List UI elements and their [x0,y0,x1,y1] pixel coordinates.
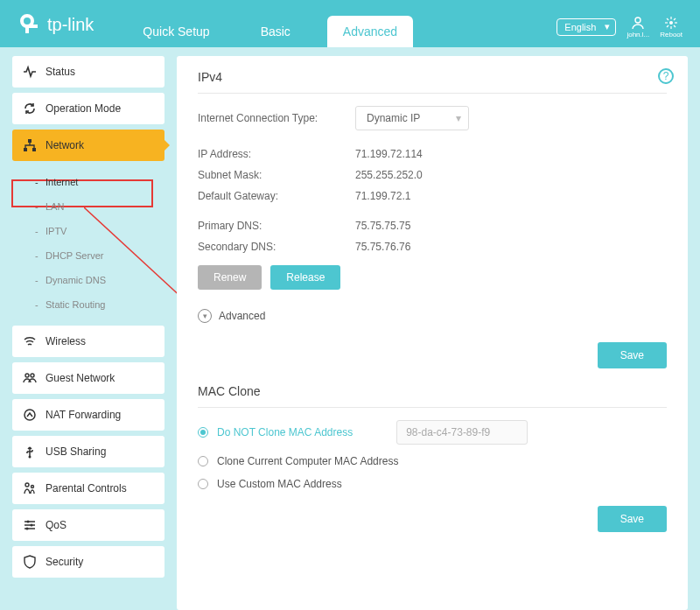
mac-save-row: Save [198,506,667,532]
radio-clone-current[interactable] [198,456,208,466]
svg-rect-3 [25,25,29,33]
row-subnet: Subnet Mask: 255.255.252.0 [198,169,667,181]
sidebar-item-network[interactable]: Network [12,130,164,161]
shield-icon [23,555,37,569]
svg-point-18 [25,374,29,377]
sidebar-label: Network [46,139,84,151]
user-account[interactable]: john.l... [626,16,649,39]
subnet-value: 255.255.252.0 [355,169,423,181]
sidebar-label: Security [46,556,83,568]
wifi-icon [23,334,37,348]
ip-label: IP Address: [198,148,355,160]
row-ip: IP Address: 71.199.72.114 [198,148,667,160]
sidebar: Status Operation Mode Network Internet L… [12,56,164,610]
sidebar-item-guest-network[interactable]: Guest Network [12,362,164,394]
row-dns2: Secondary DNS: 75.75.76.76 [198,241,667,253]
sidebar-item-status[interactable]: Status [12,56,164,88]
release-button[interactable]: Release [270,265,340,290]
sidebar-item-usb-sharing[interactable]: USB Sharing [12,436,164,467]
network-submenu: Internet LAN IPTV DHCP Server Dynamic DN… [12,166,164,320]
svg-point-21 [29,456,32,459]
dns2-label: Secondary DNS: [198,241,355,253]
sidebar-item-operation-mode[interactable]: Operation Mode [12,93,164,124]
svg-rect-16 [24,148,27,151]
main-tabs: Quick Setup Basic Advanced [129,0,413,47]
gateway-label: Default Gateway: [198,190,355,202]
guests-icon [23,371,37,385]
ipv4-title: IPv4 [198,70,667,94]
sidebar-label: QoS [46,519,66,531]
brand-logo: tp-link [18,12,94,47]
svg-rect-15 [28,139,32,143]
sub-item-static-routing[interactable]: Static Routing [12,292,164,317]
tab-advanced[interactable]: Advanced [327,16,413,47]
mac-save-button[interactable]: Save [598,506,667,532]
mac-option-0[interactable]: Do NOT Clone MAC Address [198,420,667,445]
mac-address-field[interactable] [396,420,528,445]
top-bar: tp-link Quick Setup Basic Advanced Engli… [0,0,700,47]
sub-item-lan[interactable]: LAN [12,194,164,219]
main-area: Status Operation Mode Network Internet L… [0,47,700,610]
svg-point-6 [669,21,673,25]
chevron-down-icon: ▾ [198,309,212,323]
tab-basic[interactable]: Basic [247,16,304,47]
renew-button[interactable]: Renew [198,265,262,290]
svg-point-24 [27,521,30,523]
nat-icon [23,408,37,422]
mac-clone-title: MAC Clone [198,384,667,408]
sidebar-label: Operation Mode [46,102,121,115]
help-button[interactable]: ? [658,68,674,84]
svg-point-23 [32,486,34,488]
sidebar-item-wireless[interactable]: Wireless [12,326,164,357]
svg-line-11 [667,18,668,20]
qos-icon [23,518,37,532]
sub-item-internet[interactable]: Internet [12,170,164,194]
content-panel: ? IPv4 Internet Connection Type: Dynamic… [177,56,688,610]
sidebar-label: USB Sharing [46,445,106,458]
tab-quick-setup[interactable]: Quick Setup [129,16,223,47]
sub-item-iptv[interactable]: IPTV [12,219,164,243]
brand-text: tp-link [47,15,94,35]
radio-label-2: Use Custom MAC Address [217,478,342,490]
row-dns1: Primary DNS: 75.75.75.75 [198,220,667,232]
sidebar-item-security[interactable]: Security [12,546,164,578]
svg-line-13 [674,18,676,20]
dns2-value: 75.75.76.76 [355,241,410,253]
subnet-label: Subnet Mask: [198,169,355,181]
advanced-toggle[interactable]: ▾ Advanced [198,305,667,326]
ip-value: 71.199.72.114 [355,148,423,160]
user-icon [631,16,645,30]
svg-rect-17 [32,148,36,151]
cycle-icon [23,102,37,116]
mac-option-2[interactable]: Use Custom MAC Address [198,478,667,490]
radio-do-not-clone[interactable] [198,427,208,438]
radio-custom-mac[interactable] [198,479,208,489]
svg-line-12 [674,25,676,27]
usb-icon [23,445,37,459]
row-gateway: Default Gateway: 71.199.72.1 [198,190,667,202]
svg-point-19 [31,374,34,377]
reboot-button[interactable]: Reboot [660,16,682,39]
row-conn-type: Internet Connection Type: Dynamic IP [198,106,667,130]
sub-item-dynamic-dns[interactable]: Dynamic DNS [12,268,164,292]
svg-point-5 [635,18,640,23]
sidebar-item-parental-controls[interactable]: Parental Controls [12,473,164,504]
language-select[interactable]: English [556,18,616,36]
conn-type-label: Internet Connection Type: [198,112,355,124]
svg-point-22 [25,483,29,487]
reboot-icon [664,16,678,30]
sidebar-item-nat-forwarding[interactable]: NAT Forwarding [12,399,164,431]
svg-rect-4 [29,25,38,28]
ipv4-buttons: Renew Release [198,265,667,290]
dns1-label: Primary DNS: [198,220,355,232]
sidebar-label: Guest Network [46,372,115,384]
sidebar-item-qos[interactable]: QoS [12,509,164,541]
conn-type-dropdown[interactable]: Dynamic IP [355,106,469,130]
ipv4-save-row: Save [198,342,667,368]
tplink-logo-icon [18,12,42,37]
sub-item-dhcp-server[interactable]: DHCP Server [12,243,164,268]
ipv4-save-button[interactable]: Save [598,342,667,368]
advanced-toggle-label: Advanced [219,310,265,322]
sidebar-label: Status [46,66,75,78]
mac-option-1[interactable]: Clone Current Computer MAC Address [198,455,667,467]
